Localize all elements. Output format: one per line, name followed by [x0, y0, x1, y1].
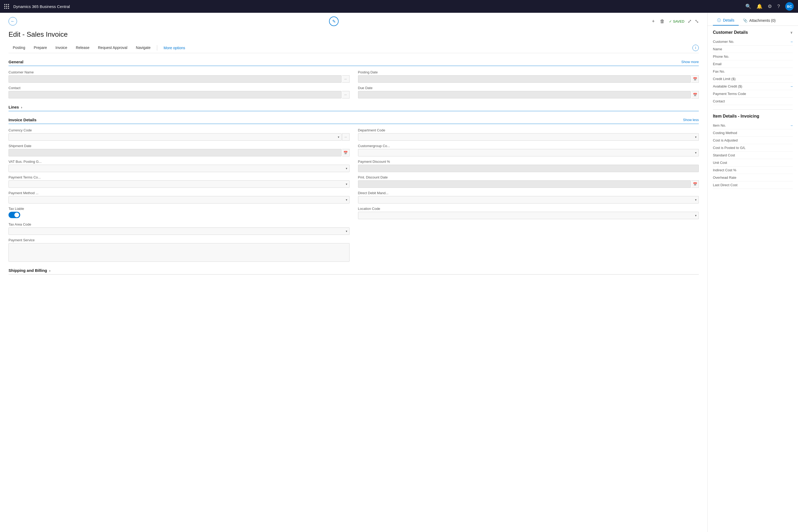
currency-code-field: Currency Code ···: [8, 128, 349, 141]
topbar-icons: 🔍 🔔 ⚙ ? BC: [745, 2, 794, 11]
add-button[interactable]: +: [652, 19, 655, 24]
customer-details-chevron[interactable]: ∨: [790, 31, 793, 34]
help-icon[interactable]: ?: [777, 4, 780, 9]
currency-code-btn[interactable]: ···: [342, 133, 349, 141]
general-section: General Show more Customer Name ··· Post…: [8, 60, 699, 98]
invoice-details-title: Invoice Details: [8, 118, 36, 122]
item-no-value[interactable]: –: [791, 124, 793, 128]
currency-code-select[interactable]: [8, 133, 342, 141]
right-panel-content: Customer Details ∨ Customer No. – Name P…: [707, 26, 798, 193]
overhead-rate-label: Overhead Rate: [713, 175, 736, 179]
tax-liable-toggle[interactable]: [8, 212, 20, 218]
more-options-tab[interactable]: More options: [159, 43, 189, 53]
phone-no-row: Phone No.: [713, 53, 793, 60]
tab-attachments[interactable]: 📎 Attachments (0): [739, 16, 780, 25]
due-date-input[interactable]: [358, 91, 691, 98]
pmt-discount-date-calendar[interactable]: 📅: [691, 180, 699, 188]
posting-date-calendar[interactable]: 📅: [691, 75, 699, 83]
payment-terms-label: Payment Terms Co...: [8, 175, 349, 179]
customer-name-btn[interactable]: ···: [342, 75, 349, 83]
cost-adjusted-label: Cost is Adjusted: [713, 138, 738, 142]
toolbar-center: ✎ + 🗑: [21, 17, 665, 26]
app-title: Dynamics 365 Business Central: [13, 4, 741, 9]
apps-icon[interactable]: [4, 4, 9, 9]
location-code-select[interactable]: [358, 212, 699, 219]
customer-name-label: Customer Name: [8, 70, 349, 74]
tab-posting[interactable]: Posting: [8, 43, 30, 53]
indirect-cost-row: Indirect Cost %: [713, 167, 793, 174]
delete-button[interactable]: 🗑: [660, 19, 665, 24]
collapse-button[interactable]: ⤡: [695, 18, 699, 24]
show-less-button[interactable]: Show less: [683, 118, 699, 122]
available-credit-row: Available Credit ($) –: [713, 83, 793, 90]
expand-button[interactable]: ⤢: [688, 18, 691, 24]
shipping-title[interactable]: Shipping and Billing ›: [8, 268, 50, 273]
direct-debit-select[interactable]: [358, 196, 699, 204]
contact-input-wrap: ···: [8, 91, 349, 98]
customer-name-input-wrap: ···: [8, 75, 349, 83]
page-title: Edit - Sales Invoice: [8, 28, 699, 43]
payment-method-select[interactable]: [8, 196, 349, 204]
nav-tabs: Posting Prepare Invoice Release Request …: [8, 43, 699, 53]
topbar: Dynamics 365 Business Central 🔍 🔔 ⚙ ? BC: [0, 0, 798, 13]
shipment-date-calendar[interactable]: 📅: [342, 149, 349, 156]
posting-date-input-wrap: 📅: [358, 75, 699, 83]
tab-prepare[interactable]: Prepare: [30, 43, 51, 53]
edit-button[interactable]: ✎: [329, 17, 339, 26]
tab-release[interactable]: Release: [72, 43, 94, 53]
shipment-date-input[interactable]: [8, 149, 342, 156]
tax-liable-field: Tax Liable: [8, 207, 349, 219]
search-icon[interactable]: 🔍: [745, 3, 751, 9]
vat-bus-posting-select[interactable]: [8, 165, 349, 172]
due-date-calendar[interactable]: 📅: [691, 91, 699, 98]
details-tab-icon: ⓘ: [717, 18, 721, 22]
due-date-field: Due Date 📅: [358, 86, 699, 98]
unit-cost-row: Unit Cost: [713, 159, 793, 167]
tax-area-code-field: Tax Area Code: [8, 222, 349, 235]
location-code-field: Location Code: [358, 207, 699, 219]
left-panel: ← ✎ + 🗑 ✓ SAVED ⤢ ⤡ Edit - Sales Invoice…: [0, 13, 707, 532]
currency-code-select-wrap: [8, 133, 342, 141]
tab-details[interactable]: ⓘ Details: [713, 16, 739, 25]
back-button[interactable]: ←: [8, 17, 17, 25]
tab-invoice[interactable]: Invoice: [51, 43, 72, 53]
user-avatar[interactable]: BC: [785, 2, 794, 11]
right-panel: ⓘ Details 📎 Attachments (0) Customer Det…: [707, 13, 798, 532]
available-credit-value[interactable]: –: [791, 84, 793, 88]
tab-request-approval[interactable]: Request Approval: [94, 43, 132, 53]
lines-section: Lines ›: [8, 105, 699, 111]
payment-terms-code-label: Payment Terms Code: [713, 92, 746, 96]
contact-input[interactable]: [8, 91, 342, 98]
payment-discount-field: Payment Discount %: [358, 159, 699, 172]
info-button[interactable]: i: [692, 45, 699, 51]
phone-no-label: Phone No.: [713, 55, 729, 58]
bell-icon[interactable]: 🔔: [757, 3, 762, 9]
main-container: ← ✎ + 🗑 ✓ SAVED ⤢ ⤡ Edit - Sales Invoice…: [0, 13, 798, 532]
customer-name-input[interactable]: [8, 75, 342, 83]
customergroup-field: Customergroup Co...: [358, 144, 699, 156]
item-no-label: Item No.: [713, 124, 726, 128]
department-code-wrap: [358, 133, 699, 141]
payment-service-textarea[interactable]: [8, 243, 349, 262]
gear-icon[interactable]: ⚙: [768, 3, 772, 9]
direct-debit-label: Direct Debit Mand...: [358, 191, 699, 195]
customergroup-select[interactable]: [358, 149, 699, 156]
toolbar-right: ✓ SAVED ⤢ ⤡: [669, 18, 699, 24]
department-code-select[interactable]: [358, 133, 699, 141]
tab-navigate[interactable]: Navigate: [132, 43, 155, 53]
tax-area-code-select[interactable]: [8, 227, 349, 235]
costing-method-label: Costing Method: [713, 131, 737, 135]
customer-no-value[interactable]: –: [791, 40, 793, 44]
lines-title[interactable]: Lines ›: [8, 105, 22, 109]
payment-terms-select[interactable]: [8, 180, 349, 188]
pmt-discount-date-input[interactable]: [358, 180, 691, 188]
item-details-title: Item Details - Invoicing: [713, 114, 793, 119]
posting-date-input[interactable]: [358, 75, 691, 83]
show-more-button[interactable]: Show more: [681, 60, 699, 64]
lines-chevron: ›: [21, 106, 22, 109]
contact-btn[interactable]: ···: [342, 91, 349, 98]
credit-limit-label: Credit Limit ($): [713, 77, 736, 81]
contact-field: Contact ···: [8, 86, 349, 98]
payment-discount-input[interactable]: [358, 165, 699, 172]
invoice-details-header: Invoice Details Show less: [8, 118, 699, 124]
